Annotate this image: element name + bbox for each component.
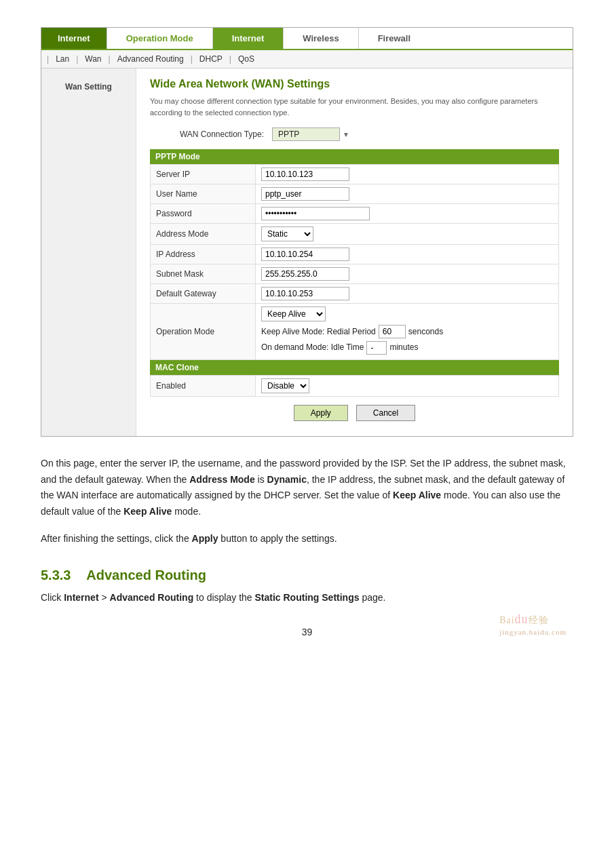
input-password[interactable] (261, 207, 370, 220)
nav-item-operation-mode[interactable]: Operation Mode (107, 28, 213, 49)
bold-apply: Apply (192, 533, 218, 544)
sidebar-wan-setting: Wan Setting (41, 68, 136, 436)
mac-clone-table: Enabled Disable Enable (150, 375, 559, 397)
keep-alive-unit: senconds (408, 325, 443, 340)
input-idle-time[interactable] (366, 341, 387, 355)
input-username[interactable] (261, 187, 349, 201)
apply-button[interactable]: Apply (294, 405, 348, 421)
on-demand-label: On demand Mode: Idle Time (261, 340, 364, 355)
button-row: Apply Cancel (150, 397, 559, 427)
nav-item-internet[interactable]: Internet (213, 28, 284, 49)
keep-alive-redial-row: Keep Alive Mode: Redial Period senconds (261, 325, 553, 340)
select-keep-alive[interactable]: Keep Alive On Demand (261, 307, 326, 321)
bold-address-mode: Address Mode (189, 474, 254, 485)
input-subnet-mask[interactable] (261, 267, 349, 281)
input-redial-period[interactable] (379, 325, 406, 338)
label-address-mode: Address Mode (151, 224, 256, 245)
wan-connection-select[interactable]: PPTP ▼ (272, 127, 349, 141)
router-ui-screenshot: Internet Operation Mode Internet Wireles… (41, 27, 573, 437)
label-subnet-mask: Subnet Mask (151, 264, 256, 284)
table-row-password: Password (151, 204, 559, 224)
baidu-watermark: Baidu经验jingyan.baidu.com (499, 612, 567, 637)
subnav-advanced-routing[interactable]: Advanced Routing (111, 53, 191, 65)
keep-alive-select-row: Keep Alive On Demand (261, 307, 553, 322)
wan-connection-type-row: WAN Connection Type: PPTP ▼ (150, 127, 559, 141)
subnav-dhcp[interactable]: DHCP (193, 53, 229, 65)
input-server-ip[interactable] (261, 167, 349, 181)
content-area: Wide Area Network (WAN) Settings You may… (136, 68, 573, 436)
subnav-lan[interactable]: Lan (49, 53, 76, 65)
section-heading-5-3-3: 5.3.3 Advanced Routing (41, 568, 573, 583)
page-footer: 39 Baidu经验jingyan.baidu.com (41, 627, 573, 637)
bold-advanced-routing: Advanced Routing (110, 592, 194, 603)
pptp-mode-header: PPTP Mode (150, 149, 559, 164)
section-title: Advanced Routing (86, 568, 206, 583)
subnav-qos[interactable]: QoS (231, 53, 261, 65)
bold-keep-alive-2: Keep Alive (123, 506, 172, 517)
keep-alive-label: Keep Alive Mode: Redial Period (261, 325, 376, 340)
page-title: Wide Area Network (WAN) Settings (150, 78, 559, 90)
label-mac-enabled: Enabled (151, 375, 256, 396)
table-row-server-ip: Server IP (151, 165, 559, 184)
select-mac-enabled[interactable]: Disable Enable (261, 378, 309, 393)
wan-connection-arrow: ▼ (343, 131, 349, 138)
page-description: You may choose different connection type… (150, 96, 559, 118)
bold-dynamic: Dynamic (267, 474, 307, 485)
label-operation-mode: Operation Mode (151, 304, 256, 360)
input-ip-address[interactable] (261, 248, 349, 261)
nav-item-wireless[interactable]: Wireless (284, 28, 358, 49)
nav-item-internet-left[interactable]: Internet (41, 28, 107, 49)
bold-static-routing: Static Routing Settings (255, 592, 360, 603)
select-address-mode[interactable]: Static Dynamic (261, 226, 313, 241)
wan-connection-label: WAN Connection Type: (150, 130, 272, 139)
wan-connection-value[interactable]: PPTP (272, 127, 340, 141)
page-number: 39 (302, 627, 313, 637)
label-ip-address: IP Address (151, 245, 256, 264)
table-row-subnet-mask: Subnet Mask (151, 264, 559, 284)
bold-keep-alive-1: Keep Alive (393, 490, 441, 500)
table-row-username: User Name (151, 184, 559, 204)
doc-paragraph-1: On this page, enter the server IP, the u… (41, 456, 573, 520)
doc-section-paragraph: Click Internet > Advanced Routing to dis… (41, 590, 573, 606)
table-row-mac-enabled: Enabled Disable Enable (151, 375, 559, 396)
on-demand-idle-row: On demand Mode: Idle Time minutes (261, 340, 553, 355)
cancel-button[interactable]: Cancel (356, 405, 415, 421)
nav-item-firewall[interactable]: Firewall (359, 28, 429, 49)
on-demand-unit: minutes (389, 340, 418, 355)
pptp-form-table: Server IP User Name Password Address Mod… (150, 164, 559, 360)
bold-internet: Internet (64, 592, 98, 603)
label-default-gateway: Default Gateway (151, 284, 256, 304)
subnav-wan[interactable]: Wan (78, 53, 108, 65)
label-password: Password (151, 204, 256, 224)
input-default-gateway[interactable] (261, 287, 349, 300)
top-nav: Internet Operation Mode Internet Wireles… (41, 28, 573, 50)
label-username: User Name (151, 184, 256, 204)
section-number: 5.3.3 (41, 568, 71, 583)
table-row-address-mode: Address Mode Static Dynamic (151, 224, 559, 245)
table-row-default-gateway: Default Gateway (151, 284, 559, 304)
doc-paragraph-2: After finishing the settings, click the … (41, 531, 573, 547)
table-row-ip-address: IP Address (151, 245, 559, 264)
sub-nav: | Lan | Wan | Advanced Routing | DHCP | … (41, 50, 573, 68)
table-row-operation-mode: Operation Mode Keep Alive On Demand Keep… (151, 304, 559, 360)
main-area: Wan Setting Wide Area Network (WAN) Sett… (41, 68, 573, 436)
label-server-ip: Server IP (151, 165, 256, 184)
mac-clone-header: MAC Clone (150, 360, 559, 375)
